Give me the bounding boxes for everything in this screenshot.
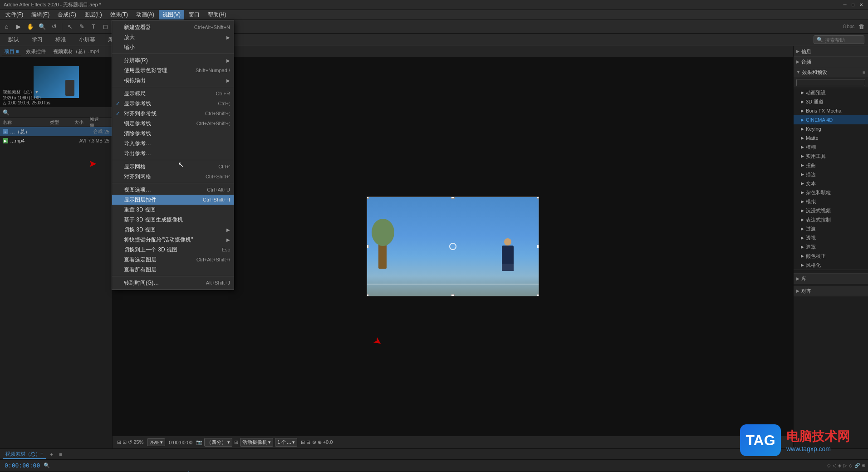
dd-zoom-in[interactable]: 放大 ▶	[112, 32, 234, 42]
ws-tab-standard[interactable]: 标准	[51, 34, 71, 45]
effect-perspective[interactable]: ▶ 透视	[794, 233, 868, 242]
tl-icon-2[interactable]: ≡	[57, 451, 64, 458]
vc-camera-select[interactable]: 活动摄像机 ▾	[240, 438, 273, 447]
tool-trash[interactable]: 🗑	[856, 22, 866, 32]
tool-hand[interactable]: ✋	[25, 22, 35, 32]
handle-ml[interactable]	[367, 245, 369, 248]
close-button[interactable]: ✕	[858, 2, 864, 8]
effect-animation-presets[interactable]: ▶ 动画预设	[794, 88, 868, 97]
tool-play[interactable]: ▶	[14, 22, 24, 32]
effect-simulate[interactable]: ▶ 模拟	[794, 197, 868, 206]
tab-video-source[interactable]: 视频素材（总）.mp4	[50, 47, 102, 56]
dd-show-layer-controls[interactable]: 显示图层控件 Ctrl+Shift+H	[112, 195, 234, 205]
effect-color-correct[interactable]: ▶ 颜色校正	[794, 251, 868, 261]
effect-cinema4d[interactable]: ▶ CINEMA 4D	[794, 115, 868, 124]
workspace-search-input[interactable]	[825, 37, 861, 43]
effects-menu-icon[interactable]: ≡	[863, 70, 865, 75]
panel-audio-header[interactable]: ▶ 音频	[794, 57, 868, 67]
effect-blur[interactable]: ▶ 模糊	[794, 143, 868, 152]
tl-key-btn-1[interactable]: ◇	[827, 463, 831, 468]
dd-goto-time[interactable]: 转到时间(G)… Alt+Shift+J	[112, 278, 234, 288]
dd-show-guides[interactable]: ✓ 显示参考线 Ctrl+;	[112, 98, 234, 108]
tab-effects-control[interactable]: 效果控件	[23, 47, 49, 56]
dd-view-all[interactable]: 查看所有图层	[112, 265, 234, 275]
tl-key-btn-4[interactable]: ▷	[843, 463, 847, 468]
handle-bl[interactable]	[367, 294, 369, 296]
dd-assign-shortcut[interactable]: 将快捷键分配给"活动摄像机" ▶	[112, 235, 234, 245]
dd-simulate-output[interactable]: 模拟输出 ▶	[112, 75, 234, 85]
menu-view[interactable]: 视图(V)	[159, 10, 184, 20]
tool-home[interactable]: ⌂	[2, 22, 12, 32]
effect-distort[interactable]: ▶ 扭曲	[794, 161, 868, 170]
minimize-button[interactable]: ─	[842, 2, 848, 8]
menu-effects[interactable]: 效果(T)	[107, 10, 132, 20]
dd-reset-3d[interactable]: 重置 3D 视图	[112, 205, 234, 215]
file-item-video[interactable]: ▶ …mp4 AVI 7.3 MB 25	[0, 136, 112, 145]
panel-info-header[interactable]: ▶ 信息	[794, 46, 868, 56]
menu-window[interactable]: 窗口	[185, 10, 203, 20]
tl-extra-btn[interactable]: ⊕	[862, 463, 865, 468]
handle-bc[interactable]	[451, 294, 455, 296]
dd-resolution[interactable]: 分辨率(R) ▶	[112, 55, 234, 65]
dd-create-camera[interactable]: 基于 3D 视图生成摄像机	[112, 215, 234, 225]
dd-export-ref[interactable]: 导出参考…	[112, 148, 234, 158]
menu-animation[interactable]: 动画(A)	[132, 10, 158, 20]
ws-tab-learn[interactable]: 学习	[27, 34, 47, 45]
dd-view-options[interactable]: 视图选项… Ctrl+Alt+U	[112, 185, 234, 195]
tl-key-btn-5[interactable]: ◇	[849, 463, 853, 468]
dd-show-rulers[interactable]: 显示标尺 Ctrl+R	[112, 88, 234, 98]
handle-mr[interactable]	[537, 245, 539, 248]
dd-import-ref[interactable]: 导入参考…	[112, 138, 234, 148]
effect-expression[interactable]: ▶ 表达式控制	[794, 215, 868, 224]
effect-mask[interactable]: ▶ 遮罩	[794, 242, 868, 251]
vc-icons[interactable]: ⊞ ⊡ ↺ 25%	[115, 438, 145, 446]
effect-stylize[interactable]: ▶ 风格化	[794, 261, 868, 270]
effects-search-input[interactable]	[796, 79, 865, 86]
effect-matte[interactable]: ▶ Matte	[794, 133, 868, 143]
vc-view-mode[interactable]: （四分） ▾	[204, 438, 232, 447]
dd-prev-3d[interactable]: 切换到上一个 3D 视图 Esc	[112, 245, 234, 255]
menu-file[interactable]: 文件(F)	[2, 10, 27, 20]
dd-show-grid[interactable]: 显示网格 Ctrl+'	[112, 162, 234, 172]
dd-snap-guides[interactable]: ✓ 对齐到参考线 Ctrl+Shift+;	[112, 108, 234, 118]
panel-library-header[interactable]: ▶ 库	[794, 274, 868, 284]
effect-keying[interactable]: ▶ Keying	[794, 124, 868, 133]
tool-zoom[interactable]: 🔍	[37, 22, 47, 32]
tl-key-btn-3[interactable]: ◈	[838, 463, 842, 468]
vc-zoom[interactable]: 25% ▾	[147, 438, 165, 446]
project-search-input[interactable]	[10, 110, 109, 115]
effect-stroke[interactable]: ▶ 描边	[794, 170, 868, 179]
handle-br[interactable]	[537, 294, 539, 296]
effect-noise[interactable]: ▶ 杂色和颗粒	[794, 188, 868, 197]
effect-3d-channel[interactable]: ▶ 3D 通道	[794, 97, 868, 106]
tool-shape[interactable]: ◻	[100, 22, 110, 32]
tl-link-btn[interactable]: 🔗	[854, 463, 860, 468]
menu-edit[interactable]: 编辑(E)	[28, 10, 53, 20]
tl-tab-video[interactable]: 视频素材（总）≡	[3, 450, 46, 459]
effect-transition[interactable]: ▶ 过渡	[794, 224, 868, 233]
ws-tab-default[interactable]: 默认	[4, 34, 24, 45]
tool-pen[interactable]: ✎	[77, 22, 87, 32]
effect-text[interactable]: ▶ 文本	[794, 179, 868, 188]
dd-clear-guides[interactable]: 清除参考线	[112, 128, 234, 138]
vc-view-count[interactable]: 1 个… ▾	[275, 438, 297, 447]
tool-select[interactable]: ↖	[65, 22, 75, 32]
dd-view-selected[interactable]: 查看选定图层 Ctrl+Alt+Shift+\	[112, 255, 234, 265]
tool-text[interactable]: T	[88, 22, 98, 32]
effect-immersive[interactable]: ▶ 沉浸式视频	[794, 206, 868, 215]
tl-search-icon[interactable]: 🔍	[44, 462, 50, 468]
file-item-comp[interactable]: ≡ …（总） 合成 25	[0, 127, 112, 136]
menu-help[interactable]: 帮助(H)	[204, 10, 230, 20]
effect-boris[interactable]: ▶ Boris FX Mocha	[794, 106, 868, 115]
dd-snap-grid[interactable]: 对齐到网格 Ctrl+Shift+'	[112, 172, 234, 182]
dd-new-viewer[interactable]: 新建查看器 Ctrl+Alt+Shift+N	[112, 22, 234, 32]
effect-utilities[interactable]: ▶ 实用工具	[794, 152, 868, 161]
time-display[interactable]: 0:00:00:00	[3, 462, 42, 469]
ws-tab-small[interactable]: 小屏幕	[74, 34, 100, 45]
menu-layer[interactable]: 图层(L)	[81, 10, 106, 20]
dd-color-manage[interactable]: 使用显示色彩管理 Shift+Numpad /	[112, 65, 234, 75]
maximize-button[interactable]: □	[850, 2, 856, 8]
dd-lock-guides[interactable]: 锁定参考线 Ctrl+Alt+Shift+;	[112, 118, 234, 128]
handle-tr[interactable]	[537, 197, 539, 199]
dd-zoom-out[interactable]: 缩小	[112, 42, 234, 52]
